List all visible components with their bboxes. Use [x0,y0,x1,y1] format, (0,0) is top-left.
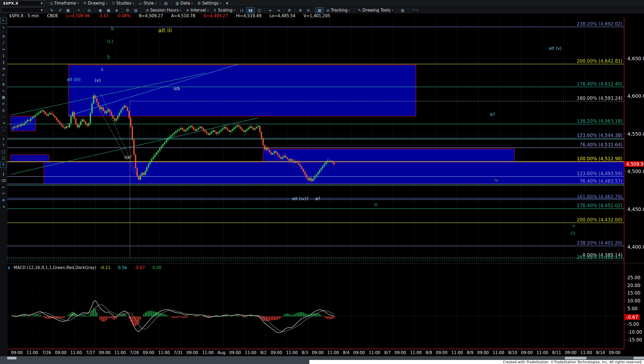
tracking-button[interactable]: ◎Tracking▾ [324,7,352,13]
scrollbar-left-stub[interactable] [7,357,16,359]
fib-zone-box[interactable] [69,65,416,116]
candle-body [293,161,294,162]
candle-body [61,123,62,125]
zoom-window-icon[interactable]: ⌖ [76,7,82,13]
scaling-button[interactable]: ⇕Scaling▾ [211,7,237,13]
points-tool[interactable]: ∴ [1,114,6,119]
reload-icon[interactable]: ↺ [56,7,64,13]
fib-zone-box[interactable] [11,155,49,162]
arrow-up-tool[interactable]: ↑ [1,142,6,148]
candle-body [204,130,206,132]
calendar-icon[interactable]: ▦ [64,7,72,13]
wave-label: alt iii [158,27,172,34]
macd-histogram-bar [277,316,278,320]
crosshair-tool[interactable]: + [1,24,6,30]
pointer-tool[interactable]: ↖ [0,17,7,24]
style-menu[interactable]: ▭Style▾ [137,0,158,6]
refresh-icon[interactable]: ↻ [48,7,56,13]
marker-tool[interactable]: ✐ [1,72,6,78]
session-template-icon[interactable]: ▤ [132,7,140,13]
parallel-lines-tool[interactable]: ∥ [1,59,6,65]
symbol-combo-empty[interactable]: ▼ [1,7,45,13]
candle-body [240,127,241,129]
zigzag-tool[interactable]: ∿ [1,88,6,94]
timeframe-menu[interactable]: ◷Timeframe▾ [47,0,81,6]
grid-icon[interactable]: ▦ [316,7,323,13]
candle-body [279,155,280,157]
lasso-icon[interactable]: ◠▾ [410,7,420,13]
compare-icon[interactable]: ▤ [162,0,170,6]
save-icon[interactable]: ▣ [105,7,112,13]
extend-vertical-tool[interactable]: ↕ [1,53,6,59]
matrix-tool[interactable]: ▦ [1,94,6,100]
macd-histogram-bar [288,314,289,316]
chevron-down-icon: ▾ [234,9,235,12]
zoom-in-icon[interactable]: ⊕ [297,7,304,13]
calendar-icon-glyph: ▦ [66,8,70,12]
fib-label: 123.60% (4,493.59) [577,171,622,176]
bars-shift-tool[interactable]: ⇥ [1,120,6,126]
interval-button[interactable]: ✛Interval▾ [184,7,211,13]
layout-icon[interactable]: ≣ [286,7,293,13]
candle-body [141,173,143,175]
new-chart-icon[interactable]: ▧ [399,7,406,13]
manage-icon[interactable]: ◈ [113,7,120,13]
macd-histogram-bar [296,313,298,316]
link-icon[interactable]: ◉ [97,7,104,13]
hollow-candles-icon[interactable]: ◫ [255,7,263,13]
eraser-tool[interactable]: ⌫ [1,178,6,183]
annotation-pen-tool[interactable]: ✑ [1,191,6,196]
candle-body [324,164,325,166]
target-tool[interactable]: ◎ [1,107,6,113]
chevron-down-icon: ▾ [106,2,107,5]
candle-body [151,159,152,161]
arrow-down-tool[interactable]: ↓ [1,136,6,142]
candles-style-icon[interactable]: ▮▮ [246,7,255,13]
overflow-menu[interactable]: ▾ [224,0,230,6]
extend-horizontal-tool[interactable]: ↔ [1,47,6,52]
drawing-menu[interactable]: ✎Drawing▾ [81,0,109,6]
macd-histogram-bar [300,312,301,316]
pitchfork-tool[interactable]: Ψ [1,34,6,39]
bars-style-icon[interactable]: ∣∤ [238,7,246,13]
session-hours-button[interactable]: ◔Session Hours▾ [143,7,183,13]
text-label-tool[interactable]: A [1,197,6,203]
ellipse-tool[interactable]: ◯ [1,149,6,154]
rectangle-tool[interactable]: ▢ [1,155,6,161]
arc-tool[interactable]: ⌒ [1,129,6,135]
trendline-tool[interactable]: ╱ [1,40,6,46]
fib-label: 238.20% (4,692.02) [577,21,622,27]
macd-histogram-bar [174,316,175,318]
candle-body [193,128,194,129]
cycle-tool[interactable]: ◔ [1,66,6,72]
settings-menu[interactable]: ⚙Settings▾ [195,0,224,6]
macd-histogram-bar [48,316,49,319]
fib-zone-box[interactable] [263,149,515,162]
data-menu[interactable]: ▥Data▾ [173,0,195,6]
wave-label: iv [494,178,498,183]
scrollbar-thumb[interactable] [565,357,586,359]
chevron-down-icon: ▾ [392,9,393,12]
studies-menu[interactable]: ▽Studies▾ [110,0,136,6]
volume-bars-tool[interactable]: Ⅲ [1,82,6,87]
collapse-palette[interactable]: ◂ [1,204,6,209]
snap-tool[interactable]: ⇤ [1,184,6,190]
chart-canvas[interactable]: 238.20% (4,692.02)200.00% (4,642.81)176.… [0,0,644,364]
candle-body [216,132,217,134]
time-tick-label: Aug [218,350,225,355]
gear-number-icon[interactable]: ⚙ [124,7,132,13]
decrease-spacing-icon[interactable]: ⇤ [267,7,274,13]
macd-histogram-bar [182,316,183,317]
time-axis[interactable]: 09:0011:007/2609:0011:007/2709:0011:007/… [7,349,624,356]
increase-spacing-icon[interactable]: ⇥ [275,7,282,13]
levels-tool[interactable]: ≡ [1,101,6,107]
channel-tool[interactable]: ∥ [1,171,6,177]
candle-body [213,130,214,132]
symbol-input[interactable]: $SPX.X ▼ [1,1,45,6]
radar-icon[interactable]: ◎ [86,7,93,13]
text-tool[interactable]: T [0,162,7,168]
candle-body [16,126,17,127]
horizontal-scrollbar[interactable] [0,356,644,360]
zoom-out-icon[interactable]: ⊖ [305,7,312,13]
drawing-tools-button[interactable]: ✎Drawing Tools▾ [356,7,395,13]
